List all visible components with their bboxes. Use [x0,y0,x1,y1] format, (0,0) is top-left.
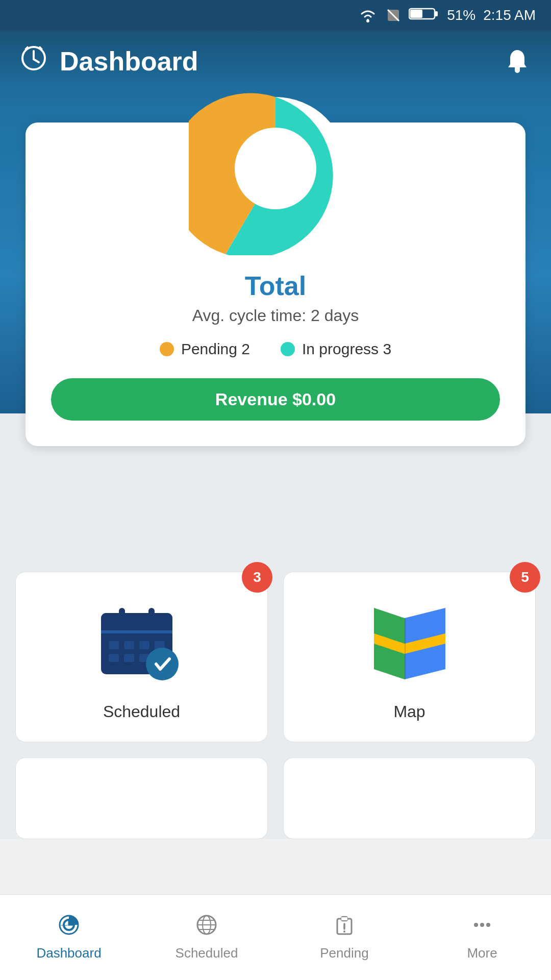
legend-in-progress: In progress 3 [281,340,391,358]
svg-rect-5 [435,11,438,16]
svg-line-8 [34,59,39,62]
chart-container [51,82,500,255]
svg-rect-27 [119,608,125,620]
no-sim-icon [386,8,401,23]
pending-dot [160,342,174,356]
revenue-button[interactable]: Revenue $0.00 [51,378,500,421]
svg-point-48 [480,923,484,927]
svg-rect-19 [109,641,119,649]
page-title: Dashboard [60,46,198,77]
svg-point-47 [474,923,478,927]
card-4[interactable] [283,757,536,839]
in-progress-dot [281,342,295,356]
nav-dashboard[interactable]: Dashboard [0,895,138,980]
svg-rect-44 [341,917,347,920]
nav-scheduled-label: Scheduled [176,945,238,961]
map-card[interactable]: 5 Map [283,572,536,742]
nav-pending[interactable]: Pending [276,895,413,980]
scheduled-label: Scheduled [103,702,180,721]
svg-rect-4 [410,10,422,18]
legend-pending: Pending 2 [160,340,250,358]
legend: Pending 2 In progress 3 [51,340,500,358]
bottom-nav: Dashboard Scheduled Pendi [0,894,551,980]
scheduled-badge: 3 [242,562,272,593]
svg-rect-23 [109,654,119,662]
nav-dashboard-label: Dashboard [36,945,101,961]
svg-point-14 [235,128,316,209]
nav-scheduled[interactable]: Scheduled [138,895,276,980]
battery-percent: 51% [447,7,475,23]
svg-rect-21 [139,641,149,649]
scheduled-card[interactable]: 3 [15,572,268,742]
card-title: Total [51,271,500,301]
header-left: Dashboard [20,45,198,78]
donut-chart [189,82,362,255]
status-bar: 51% 2:15 AM [0,0,551,31]
svg-rect-20 [124,641,134,649]
svg-point-46 [343,930,345,933]
dashboard-icon [58,914,80,941]
card-3[interactable] [15,757,268,839]
svg-rect-18 [101,630,172,633]
main-content: Total Avg. cycle time: 2 days Pending 2 … [0,92,551,551]
grid-row-1: 3 [15,572,536,742]
time-display: 2:15 AM [483,7,536,23]
pending-label: Pending 2 [181,340,250,358]
clock-icon [20,45,47,78]
grid-row-2 [15,757,536,839]
svg-rect-24 [124,654,134,662]
svg-marker-34 [405,618,406,679]
svg-rect-12 [515,67,520,70]
map-badge: 5 [510,562,540,593]
bell-icon[interactable] [504,47,531,76]
status-icons: 51% 2:15 AM [358,6,536,25]
more-icon [471,914,493,941]
in-progress-label: In progress 3 [302,340,391,358]
clipboard-icon [333,914,356,941]
svg-point-29 [146,648,179,680]
nav-pending-label: Pending [320,945,368,961]
map-icon [364,598,456,690]
nav-more-label: More [467,945,497,961]
globe-icon [195,914,218,941]
svg-point-49 [486,923,490,927]
wifi-icon [358,8,378,23]
battery-indicator [409,6,439,25]
avg-cycle-time: Avg. cycle time: 2 days [51,306,500,325]
svg-rect-28 [148,608,155,620]
nav-more[interactable]: More [413,895,551,980]
dashboard-card: Total Avg. cycle time: 2 days Pending 2 … [26,122,525,446]
grid-section: 3 [0,551,551,839]
svg-point-0 [366,19,369,22]
map-label: Map [393,702,425,721]
calendar-icon [96,598,188,690]
